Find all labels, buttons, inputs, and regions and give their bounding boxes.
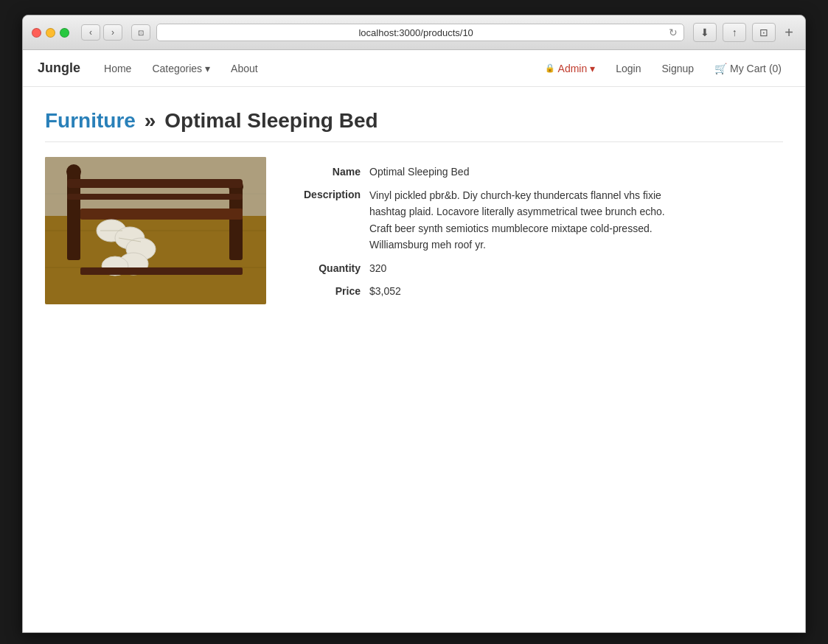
main-content: Furniture » Optimal Sleeping Bed [23,87,805,336]
name-value: Optimal Sleeping Bed [369,164,783,180]
price-label: Price [296,284,369,299]
quantity-row: Quantity 320 [296,261,783,276]
admin-label: Admin [558,63,588,74]
nav-right: 🔒 Admin ▾ Login Signup 🛒 My Cart (0) [536,57,790,80]
browser-actions: ⬇ ↑ ⊡ [693,23,776,42]
forward-button[interactable]: › [103,24,122,41]
address-bar[interactable]: localhost:3000/products/10 ↻ [156,24,684,41]
download-button[interactable]: ⬇ [693,23,717,42]
admin-link[interactable]: 🔒 Admin ▾ [536,57,605,80]
close-button[interactable] [32,28,41,38]
product-image-container [45,157,266,304]
breadcrumb-separator: » [145,109,156,132]
category-breadcrumb[interactable]: Furniture [45,109,136,132]
about-link[interactable]: About [222,57,267,80]
svg-rect-10 [67,179,243,188]
nav-arrows: ‹ › [81,24,122,41]
svg-rect-20 [80,267,243,275]
minimize-button[interactable] [46,28,55,38]
product-image [45,157,266,304]
add-tab-button[interactable]: + [782,25,796,40]
reload-button[interactable]: ↻ [669,27,678,38]
description-value: Vinyl pickled pbr&b. Diy church-key thun… [369,187,679,253]
window-controls [32,28,69,38]
signup-link[interactable]: Signup [653,57,703,80]
svg-point-8 [66,164,81,179]
price-row: Price $3,052 [296,284,783,299]
cart-label: My Cart (0) [730,63,782,74]
back-button[interactable]: ‹ [81,24,100,41]
svg-rect-12 [80,209,243,220]
product-layout: Name Optimal Sleeping Bed Description Vi… [45,157,783,307]
name-row: Name Optimal Sleeping Bed [296,164,783,180]
admin-arrow-icon: ▾ [590,63,595,74]
product-details: Name Optimal Sleeping Bed Description Vi… [296,157,783,307]
url-display: localhost:3000/products/10 [163,27,669,38]
cart-link[interactable]: 🛒 My Cart (0) [706,57,790,80]
app-navbar: Jungle Home Categories ▾ About 🔒 Admin ▾… [23,50,805,87]
maximize-button[interactable] [60,28,69,38]
brand-logo[interactable]: Jungle [38,60,80,76]
quantity-value: 320 [369,261,783,276]
cart-icon: 🛒 [714,63,727,74]
nav-links: Home Categories ▾ About [95,57,536,80]
description-label: Description [296,187,369,253]
breadcrumb: Furniture » Optimal Sleeping Bed [45,109,783,142]
login-link[interactable]: Login [607,57,650,80]
price-value: $3,052 [369,284,783,299]
product-name-heading: Optimal Sleeping Bed [164,109,378,132]
tab-view-button[interactable]: ⊡ [131,24,150,41]
svg-rect-11 [67,194,243,200]
lock-icon: 🔒 [545,63,555,73]
home-link[interactable]: Home [95,57,140,80]
name-label: Name [296,164,369,180]
quantity-label: Quantity [296,261,369,276]
tab-button[interactable]: ⊡ [752,23,776,42]
description-row: Description Vinyl pickled pbr&b. Diy chu… [296,187,783,253]
categories-arrow-icon: ▾ [205,63,210,74]
share-button[interactable]: ↑ [723,23,746,42]
categories-label: Categories [152,63,202,74]
categories-dropdown[interactable]: Categories ▾ [143,57,219,80]
